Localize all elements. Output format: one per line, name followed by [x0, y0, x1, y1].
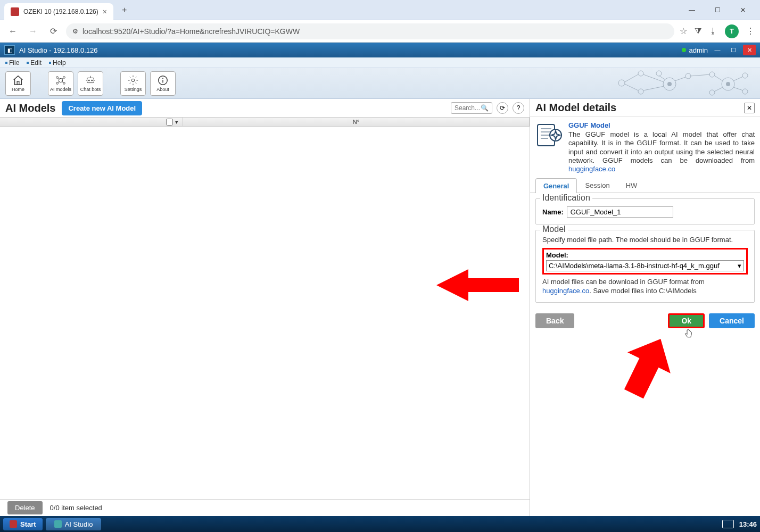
- menu-edit[interactable]: Edit: [23, 59, 45, 67]
- huggingface-link-2[interactable]: huggingface.co: [542, 287, 589, 295]
- gear-icon: [127, 74, 139, 86]
- home-icon: [12, 74, 24, 86]
- panel-close-button[interactable]: ✕: [744, 103, 755, 113]
- gguf-model-icon: [535, 121, 563, 149]
- reload-button[interactable]: ⟳: [46, 24, 61, 39]
- app-toolbar: Home AI models Chat bots Settings About: [0, 68, 760, 99]
- ok-button[interactable]: Ok: [668, 313, 705, 328]
- svg-rect-5: [87, 78, 94, 82]
- address-bar: ← → ⟳ ⚙ localhost:9520/AI+Studio/?a=Home…: [0, 20, 760, 43]
- taskbar-clock[interactable]: 13:46: [739, 520, 757, 528]
- left-header: AI Models Create new AI Model Search... …: [0, 99, 530, 117]
- back-button[interactable]: ←: [5, 24, 20, 39]
- tab-hw[interactable]: HW: [618, 178, 646, 193]
- svg-point-17: [709, 72, 715, 77]
- model-desc-text: Specify model file path. The model shoul…: [542, 236, 748, 244]
- select-all-checkbox[interactable]: [166, 119, 173, 126]
- browser-tab-strip: OZEKI 10 (192.168.0.126) × + — ☐ ✕: [0, 0, 760, 20]
- svg-point-13: [638, 89, 643, 94]
- model-type-title: GGUF Model: [568, 121, 755, 129]
- column-checkbox[interactable]: ▾: [0, 118, 183, 126]
- bookmark-star-icon[interactable]: ☆: [680, 26, 687, 36]
- menu-help[interactable]: Help: [46, 59, 69, 67]
- ai-studio-task-icon: [54, 520, 62, 528]
- toolbar-about-button[interactable]: About: [150, 71, 176, 96]
- extensions-icon[interactable]: ⧩: [695, 27, 701, 36]
- new-tab-button[interactable]: +: [118, 3, 131, 17]
- back-button[interactable]: Back: [535, 313, 574, 328]
- downloads-icon[interactable]: ⭳: [709, 27, 717, 36]
- panel-title: AI Model details: [535, 102, 616, 114]
- favicon: [11, 7, 19, 16]
- button-row: Back Ok Cancel: [530, 313, 760, 328]
- column-number[interactable]: N°: [183, 118, 530, 126]
- svg-point-10: [162, 78, 163, 79]
- main-area: AI Models Create new AI Model Search... …: [0, 99, 760, 516]
- window-minimize-button[interactable]: —: [683, 3, 700, 18]
- toolbar-settings-button[interactable]: Settings: [120, 71, 146, 96]
- window-maximize-button[interactable]: ☐: [709, 3, 726, 18]
- huggingface-link[interactable]: huggingface.co: [568, 165, 615, 173]
- right-panel: AI Model details ✕ GGUF Model The GGUF m…: [530, 99, 760, 516]
- status-online-icon: [682, 48, 686, 52]
- svg-point-1: [56, 77, 59, 79]
- app-maximize-button[interactable]: ☐: [727, 45, 740, 55]
- table-body: [0, 127, 530, 499]
- start-icon: [10, 520, 17, 528]
- svg-point-11: [618, 80, 625, 86]
- tab-row: General Session HW: [530, 178, 760, 193]
- window-close-button[interactable]: ✕: [734, 3, 751, 18]
- model-field-highlight: Model: C:\AIModels\meta-llama-3.1-8b-ins…: [542, 248, 748, 275]
- toolbar-home-button[interactable]: Home: [5, 71, 31, 96]
- name-input[interactable]: [567, 206, 673, 218]
- site-settings-icon[interactable]: ⚙: [72, 28, 78, 35]
- page-title: AI Models: [5, 102, 55, 114]
- taskbar-ai-studio-button[interactable]: AI Studio: [46, 518, 102, 530]
- toolbar-chat-bots-button[interactable]: Chat bots: [78, 71, 103, 96]
- svg-point-15: [656, 71, 662, 76]
- svg-point-3: [56, 82, 59, 85]
- chatbot-icon: [85, 74, 96, 86]
- model-path-label: Model:: [546, 251, 744, 259]
- browser-menu-icon[interactable]: ⋮: [746, 26, 755, 36]
- browser-tab[interactable]: OZEKI 10 (192.168.0.126) ×: [4, 3, 113, 20]
- menu-file[interactable]: File: [2, 59, 22, 67]
- model-legend: Model: [540, 225, 568, 234]
- identification-fieldset: Identification Name:: [535, 198, 755, 225]
- forward-button[interactable]: →: [26, 24, 40, 39]
- start-button[interactable]: Start: [3, 518, 43, 530]
- network-decoration: [606, 68, 755, 98]
- profile-avatar[interactable]: T: [725, 24, 739, 38]
- url-text: localhost:9520/AI+Studio/?a=Home&ncrefre…: [82, 27, 300, 36]
- help-button[interactable]: ?: [513, 102, 524, 114]
- refresh-button[interactable]: ⟳: [497, 102, 508, 114]
- right-header: AI Model details ✕: [530, 99, 760, 117]
- app-user[interactable]: admin: [689, 46, 708, 54]
- app-close-button[interactable]: ✕: [743, 45, 756, 55]
- app-title: AI Studio - 192.168.0.126: [19, 46, 97, 54]
- delete-button[interactable]: Delete: [7, 501, 43, 514]
- tab-general[interactable]: General: [535, 178, 577, 193]
- svg-point-22: [667, 82, 672, 86]
- tab-session[interactable]: Session: [577, 178, 617, 193]
- model-description: GGUF Model The GGUF model is a local AI …: [530, 117, 760, 178]
- svg-point-4: [63, 82, 65, 85]
- app-minimize-button[interactable]: —: [711, 45, 724, 55]
- svg-point-23: [726, 82, 730, 86]
- info-icon: [157, 74, 169, 86]
- search-icon: 🔍: [481, 104, 489, 112]
- model-fieldset: Model Specify model file path. The model…: [535, 230, 755, 303]
- svg-point-21: [742, 89, 748, 94]
- dropdown-icon: ▾: [738, 262, 741, 270]
- search-input[interactable]: Search... 🔍: [451, 102, 492, 114]
- left-panel: AI Models Create new AI Model Search... …: [0, 99, 530, 516]
- keyboard-icon[interactable]: [722, 520, 734, 528]
- model-path-select[interactable]: C:\AIModels\meta-llama-3.1-8b-instruct-h…: [546, 260, 744, 271]
- toolbar-ai-models-button[interactable]: AI models: [48, 71, 73, 96]
- cancel-button[interactable]: Cancel: [709, 313, 755, 328]
- app-logo-icon: ◧: [4, 45, 15, 55]
- tab-close-icon[interactable]: ×: [103, 7, 107, 16]
- url-input[interactable]: ⚙ localhost:9520/AI+Studio/?a=Home&ncref…: [66, 23, 674, 39]
- table-header: ▾ N°: [0, 117, 530, 127]
- create-ai-model-button[interactable]: Create new AI Model: [62, 101, 142, 115]
